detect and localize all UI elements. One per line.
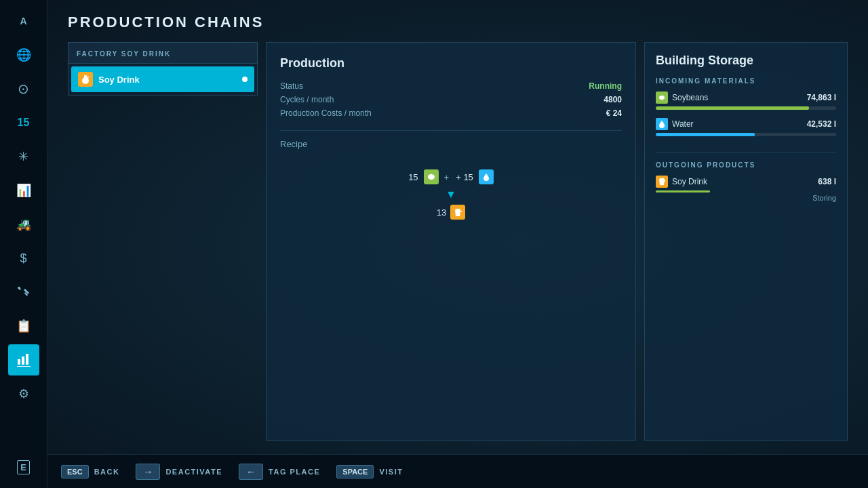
status-value: Running — [589, 81, 622, 91]
soybeans-progress-bar — [656, 106, 836, 110]
outgoing-header: OUTGOING PRODUCTS — [656, 161, 836, 169]
tractor-icon: 🚜 — [16, 217, 31, 232]
svg-rect-5 — [87, 77, 89, 78]
water-left: Water — [656, 118, 694, 130]
sidebar-item-notes[interactable]: 📋 — [8, 310, 39, 342]
production-panel: Production Status Running Cycles / month… — [266, 42, 636, 441]
svg-rect-8 — [460, 211, 462, 212]
sidebar-item-settings[interactable]: ⚙ — [8, 378, 39, 409]
recipe-output: 13 — [437, 205, 465, 220]
tag-place-key[interactable]: ← — [239, 464, 263, 480]
sidebar-item-wheel[interactable]: ⊙ — [8, 73, 39, 104]
wheel-icon: ⊙ — [18, 81, 29, 97]
content-area: PRODUCTION CHAINS FACTORY SOY DRINK — [47, 0, 868, 454]
visit-key[interactable]: SPACE — [336, 465, 374, 479]
water-amount: 42,532 l — [807, 119, 836, 129]
main-content: PRODUCTION CHAINS FACTORY SOY DRINK — [47, 0, 868, 488]
storing-label: Storing — [656, 194, 836, 202]
status-row: Status Running — [280, 81, 622, 91]
svg-rect-1 — [22, 357, 24, 365]
costs-row: Production Costs / month € 24 — [280, 108, 622, 118]
incoming-header: INCOMING MATERIALS — [656, 77, 836, 85]
recipe-plus: + — [444, 172, 450, 182]
storage-title: Building Storage — [656, 54, 836, 68]
outgoing-drink-icon — [656, 176, 668, 188]
factory-item-soy-drink[interactable]: Soy Drink — [71, 66, 254, 92]
recipe-arrow: ▼ — [446, 188, 456, 201]
dollar-icon: $ — [20, 251, 26, 266]
recipe-title: Recipe — [280, 139, 622, 149]
soybeans-progress-fill — [656, 106, 809, 110]
deactivate-key[interactable]: → — [136, 464, 160, 480]
outgoing-soy-drink: Soy Drink 638 l Storing — [656, 176, 836, 202]
sidebar-item-dollar[interactable]: $ — [8, 243, 39, 274]
factory-header-text: FACTORY SOY DRINK — [77, 50, 171, 58]
svg-rect-4 — [84, 75, 87, 78]
sidebar-item-globe[interactable]: 🌐 — [8, 39, 39, 70]
svg-point-3 — [82, 77, 89, 84]
back-label: BACK — [94, 468, 120, 476]
soybeans-amount: 74,863 l — [807, 93, 836, 102]
material-water: Water 42,532 l — [656, 118, 836, 136]
e-icon: E — [17, 460, 30, 474]
a-icon: A — [20, 16, 26, 26]
sidebar-item-tractor[interactable]: 🚜 — [8, 209, 39, 240]
esc-back-action: ESC BACK — [61, 465, 119, 479]
visit-label: VISIT — [379, 468, 403, 476]
bottom-bar: ESC BACK → DEACTIVATE ← TAG PLACE SPACE … — [47, 454, 868, 488]
sidebar-item-calendar[interactable]: 15 — [8, 107, 39, 138]
recipe-area: 15 + + 15 — [280, 163, 622, 426]
svg-rect-7 — [456, 209, 460, 209]
soy-drink-icon — [78, 72, 93, 87]
outgoing-drink-left: Soy Drink — [656, 176, 707, 188]
water-row: Water 42,532 l — [656, 118, 836, 130]
settings-icon: ⚙ — [18, 386, 29, 401]
svg-rect-11 — [664, 180, 665, 182]
recipe-input2-amount: + 15 — [456, 172, 473, 182]
esc-key[interactable]: ESC — [61, 465, 89, 479]
production-icon — [16, 352, 31, 367]
production-title: Production — [280, 56, 622, 70]
deactivate-action: → DEACTIVATE — [136, 464, 222, 480]
svg-rect-2 — [26, 354, 28, 365]
deactivate-label: DEACTIVATE — [165, 468, 222, 476]
svg-rect-10 — [660, 178, 664, 179]
tag-place-action: ← TAG PLACE — [239, 464, 320, 480]
tools-icon — [17, 285, 31, 299]
storage-panel: Building Storage INCOMING MATERIALS — [644, 42, 848, 441]
costs-value: € 24 — [606, 108, 622, 118]
calendar-icon: 15 — [18, 117, 30, 129]
sun-icon: ✳ — [18, 149, 28, 164]
sidebar-item-production[interactable] — [8, 344, 39, 375]
outgoing-drink-name: Soy Drink — [672, 177, 707, 186]
drink-recipe-icon — [450, 205, 465, 220]
stats-table: Status Running Cycles / month 4800 Produ… — [280, 81, 622, 122]
water-icon — [656, 118, 668, 130]
sidebar-item-a[interactable]: A — [8, 5, 39, 37]
factory-panel: FACTORY SOY DRINK Soy Drink — [68, 42, 258, 441]
factory-header: FACTORY SOY DRINK — [68, 42, 258, 63]
sidebar-item-e[interactable]: E — [8, 451, 39, 483]
sidebar-item-chart[interactable]: 📊 — [8, 175, 39, 206]
factory-item-name: Soy Drink — [98, 75, 237, 85]
soybeans-row: Soybeans 74,863 l — [656, 92, 836, 104]
soybeans-name: Soybeans — [672, 93, 708, 102]
recipe-inputs: 15 + + 15 — [408, 169, 494, 184]
outgoing-drink-row: Soy Drink 638 l — [656, 176, 836, 188]
sidebar-item-sun[interactable]: ✳ — [8, 141, 39, 172]
panels-row: FACTORY SOY DRINK Soy Drink — [68, 42, 848, 441]
visit-action: SPACE VISIT — [336, 465, 403, 479]
soybeans-left: Soybeans — [656, 92, 708, 104]
sidebar-item-tools[interactable] — [8, 277, 39, 308]
cycles-label: Cycles / month — [280, 95, 334, 104]
notes-icon: 📋 — [16, 319, 31, 333]
water-progress-bar — [656, 133, 836, 136]
page-title: PRODUCTION CHAINS — [68, 14, 848, 31]
cycles-row: Cycles / month 4800 — [280, 95, 622, 104]
storage-divider — [656, 152, 836, 153]
recipe-output-amount: 13 — [437, 207, 446, 218]
outgoing-drink-bar — [656, 190, 710, 192]
soybeans-icon — [656, 92, 668, 104]
water-progress-fill — [656, 133, 755, 136]
costs-label: Production Costs / month — [280, 108, 372, 118]
